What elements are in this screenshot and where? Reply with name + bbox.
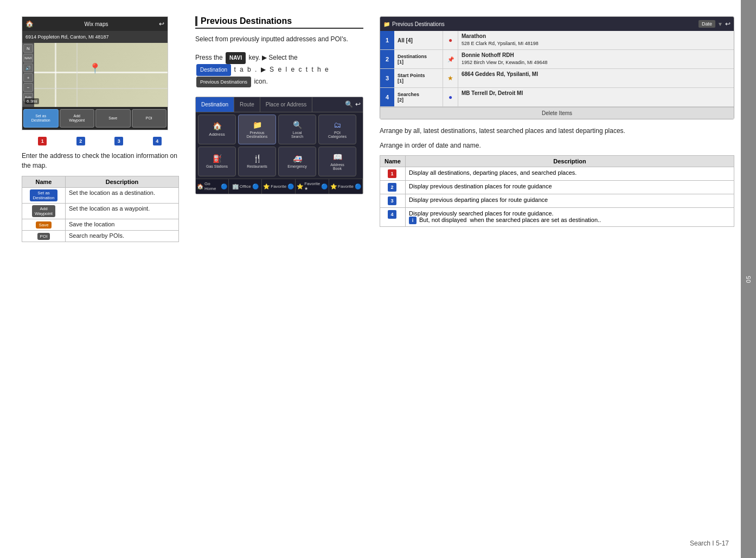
right-table-cell-desc-4: Display previously searched places for r… — [405, 208, 734, 227]
prev-dest-info-2: Bonnie Nothoff RDH 1952 Birch View Dr, K… — [458, 50, 734, 68]
table-row: 1 Display all destinations, departing pl… — [380, 167, 734, 181]
food-icon: 🍴 — [253, 154, 262, 163]
page-footer: Search I 5-17 — [690, 540, 729, 547]
prev-dest-address-1: 528 E Clark Rd, Ypsilanti, MI 48198 — [462, 40, 731, 47]
dest-icon-emergency[interactable]: 🚑 Emergency — [278, 147, 316, 176]
map-nav-plus[interactable]: + — [23, 73, 33, 82]
prev-dest-label-3[interactable]: Start Points[1] — [394, 69, 443, 87]
dest-tab-destination[interactable]: Destination — [196, 97, 234, 112]
map-nav-minus[interactable]: − — [23, 83, 33, 92]
fav1-icon: ⭐ — [263, 183, 270, 189]
instruction-middle: key. ▶ Select the — [249, 54, 298, 61]
table-row: Save Save the location — [22, 219, 179, 231]
right-desc-2: Arrange in order of date and name. — [380, 141, 734, 151]
fav3-dot-icon: 🔵 — [355, 183, 361, 189]
prev-dest-name-2: Bonnie Nothoff RDH — [462, 52, 731, 59]
gas-icon: ⛽ — [213, 154, 222, 163]
right-badge-2: 2 — [388, 183, 396, 192]
mid-description: Select from previously inputted addresse… — [195, 34, 363, 45]
right-table-cell-desc-2: Display previous destination places for … — [405, 181, 734, 194]
map-btn-save[interactable]: Save — [95, 109, 131, 128]
search-icon: 🔍 — [293, 121, 302, 129]
home-icon: 🏠 — [213, 122, 222, 130]
map-nav-sound[interactable]: 🔊 — [23, 64, 33, 72]
table-row: POI Search nearby POIs. — [22, 231, 179, 242]
dropdown-arrow-icon: ▼ — [717, 21, 723, 27]
map-btn-set-dest[interactable]: Set asDestination — [23, 109, 59, 128]
prev-dest-label-4[interactable]: Searches[2] — [394, 88, 443, 106]
dest-tab-place[interactable]: Place or Address — [260, 97, 313, 112]
right-table-cell-num-3: 3 — [380, 194, 406, 208]
emergency-icon: 🚑 — [293, 154, 302, 163]
prev-dest-name-4: MB Terrell Dr, Detroit MI — [462, 90, 731, 97]
prev-dest-sort-dropdown[interactable]: Date — [699, 20, 715, 28]
fav1-dot-icon: 🔵 — [287, 183, 294, 189]
prev-dest-name-1: Marathon — [462, 33, 731, 40]
dest-icon-local-search[interactable]: 🔍 LocalSearch — [278, 115, 316, 144]
prev-dest-controls: Date ▼ ↩ — [699, 20, 731, 28]
table-row: 4 Display previously searched places for… — [380, 208, 734, 227]
map-btn-poi[interactable]: POI — [132, 109, 167, 128]
btn-save[interactable]: Save — [36, 221, 51, 229]
instruction-tab-text: t a b . ▶ S e l e c t t h e — [234, 66, 329, 73]
right-badge-1: 1 — [388, 169, 396, 178]
map-nav-navi[interactable]: NAVI — [23, 54, 33, 62]
mid-column: Previous Destinations Select from previo… — [195, 16, 363, 547]
btn-poi[interactable]: POI — [37, 233, 50, 240]
map-nav-north[interactable]: N — [23, 44, 33, 53]
prev-dest-delete-row[interactable]: Delete Items — [380, 107, 734, 119]
dest-tab-label: Destination — [196, 64, 231, 76]
map-btn-waypoint[interactable]: AddWaypoint — [60, 109, 95, 128]
dest-footer-go-home[interactable]: 🏠 Go Home 🔵 — [196, 179, 229, 194]
right-table-header-desc: Description — [405, 156, 734, 167]
navi-button-label: NAVI — [226, 52, 246, 64]
map-road-h1 — [34, 72, 168, 73]
right-info-table: Name Description 1 Display all destinati… — [380, 155, 734, 227]
dest-search-icon[interactable]: 🔍 — [345, 100, 353, 108]
columns-layout: 🏠 Wix maps ↩ 6914 Poppleton Rd, Canton, … — [22, 16, 734, 547]
badge-3: 3 — [114, 137, 123, 145]
prev-dest-info-1: Marathon 528 E Clark Rd, Ypsilanti, MI 4… — [458, 31, 734, 49]
dest-footer-office[interactable]: 🏢 Office 🔵 — [229, 179, 262, 194]
dest-footer-fav2-label: Favorite ★ — [304, 181, 320, 191]
left-table-cell-name-2: AddWaypoint — [22, 204, 66, 219]
dest-icon-prev-dest[interactable]: 📁 PreviousDestinations — [238, 115, 276, 144]
dest-icon-restaurants[interactable]: 🍴 Restaurants — [238, 147, 276, 176]
prev-dest-label-1[interactable]: All [4] — [394, 31, 443, 49]
left-table-header-name: Name — [22, 176, 66, 188]
table-row: 3 Display previous departing places for … — [380, 194, 734, 208]
dest-icon-address-label: Address — [209, 132, 225, 137]
prev-dest-num-1: 1 — [380, 31, 394, 49]
dest-footer-fav1[interactable]: ⭐ Favorite 🔵 — [262, 179, 296, 194]
badge-4: 4 — [153, 137, 162, 145]
dest-back-icon[interactable]: ↩ — [355, 100, 361, 108]
dest-icon-poi-cat[interactable]: 🗂 POICategories — [318, 115, 356, 144]
fav3-icon: ⭐ — [330, 183, 337, 189]
dest-footer-fav2[interactable]: ⭐ Favorite ★ 🔵 — [296, 179, 329, 194]
office-dot-icon: 🔵 — [252, 183, 259, 189]
dest-icon-gas-label: Gas Stations — [206, 164, 228, 168]
prev-dest-label-2[interactable]: Destinations[1] — [394, 50, 443, 68]
left-table-header-desc: Description — [66, 176, 179, 188]
dest-footer-fav3-label: Favorite — [338, 184, 354, 189]
dest-icon-prev-dest-label: PreviousDestinations — [247, 131, 268, 138]
fav2-icon: ⭐ — [297, 183, 303, 189]
map-distance-label: 6.3mi — [25, 98, 39, 104]
dest-icon-address[interactable]: 🏠 Address — [198, 115, 236, 144]
dest-footer-fav3[interactable]: ⭐ Favorite 🔵 — [329, 179, 363, 194]
left-table-cell-desc-2: Set the location as a way­point. — [66, 204, 179, 219]
badge-1: 1 — [38, 137, 47, 145]
instruction-block: Press the NAVI key. ▶ Select the Destina… — [195, 52, 363, 88]
right-table-cell-num-4: 4 — [380, 208, 406, 227]
left-table-cell-name-3: Save — [22, 219, 66, 231]
btn-set-dest[interactable]: Set asDestination — [30, 189, 57, 201]
book-icon: 📖 — [333, 153, 342, 161]
dest-footer-fav1-label: Favorite — [271, 184, 286, 189]
prev-dest-back-icon[interactable]: ↩ — [725, 20, 731, 28]
dest-icon-address-book[interactable]: 📖 AddressBook — [318, 147, 356, 176]
dest-tab-route[interactable]: Route — [234, 97, 260, 112]
dest-icon-gas[interactable]: ⛽ Gas Stations — [198, 147, 236, 176]
right-table-cell-num-1: 1 — [380, 167, 406, 181]
btn-add-waypoint[interactable]: AddWaypoint — [32, 205, 55, 217]
prev-dest-title: 📁 Previous Destinations — [383, 21, 445, 27]
